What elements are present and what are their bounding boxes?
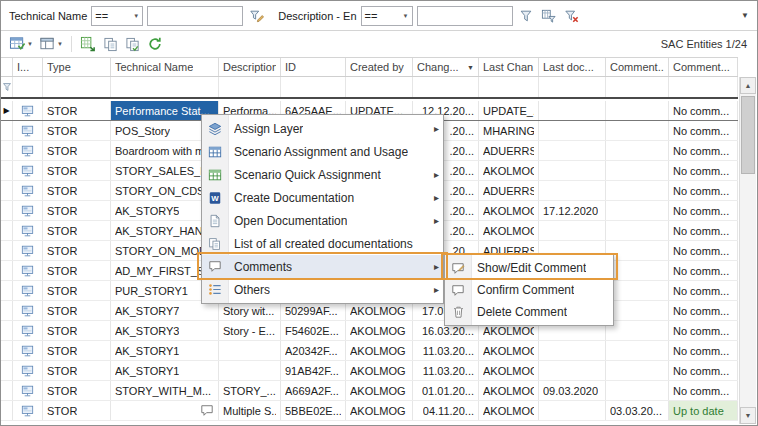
cell-comment2[interactable]: No comm...	[669, 281, 738, 300]
cell-comment1[interactable]	[606, 341, 669, 360]
cell-comment1[interactable]	[606, 301, 669, 320]
cell-last_changed[interactable]: AKOLMOG	[479, 341, 539, 360]
refresh-button[interactable]	[145, 33, 165, 55]
column-header-chang-6[interactable]: Chang...▼	[413, 58, 479, 76]
filter-cell-id-4[interactable]	[281, 77, 346, 97]
cell-comment2[interactable]: No comm...	[669, 101, 738, 120]
cell-type[interactable]: STOR	[43, 141, 111, 160]
cell-comment1[interactable]	[606, 281, 669, 300]
filter-cell-i-0[interactable]	[13, 77, 43, 97]
filter-operator2-select[interactable]: == ▼	[361, 6, 413, 26]
layout-button[interactable]: ▼	[37, 33, 65, 55]
cell-type[interactable]: STOR	[43, 281, 111, 300]
column-header-comment-9[interactable]: Comment...	[606, 58, 669, 76]
cell-comment2[interactable]: No comm...	[669, 201, 738, 220]
cell-desc[interactable]: STORY_...	[219, 381, 281, 400]
cell-created_by[interactable]: AKOLMOG	[346, 341, 413, 360]
filter-cell-description-3[interactable]	[219, 77, 281, 97]
cell-name[interactable]: AK_STORY1	[111, 361, 219, 380]
cell-created_by[interactable]: AKOLMOG	[346, 361, 413, 380]
cell-created_by[interactable]: AKOLMOG	[346, 321, 413, 340]
cell-type[interactable]: STOR	[43, 221, 111, 240]
cell-last_doc[interactable]	[539, 181, 606, 200]
scroll-down-button[interactable]: ▼	[740, 407, 756, 424]
cell-last_doc[interactable]	[539, 141, 606, 160]
table-row[interactable]: STORSTORY_WITH_M...STORY_...A669A2F...AK…	[1, 381, 738, 401]
cell-last_doc[interactable]	[539, 101, 606, 120]
cell-comment1[interactable]	[606, 161, 669, 180]
menu-item-comments[interactable]: Comments▸	[202, 255, 443, 278]
cell-comment2[interactable]: No comm...	[669, 141, 738, 160]
cell-id[interactable]: A669A2F...	[281, 381, 346, 400]
cell-type[interactable]: STOR	[43, 261, 111, 280]
cell-desc[interactable]	[219, 341, 281, 360]
cell-comment2[interactable]: No comm...	[669, 321, 738, 340]
cell-comment1[interactable]	[606, 101, 669, 120]
cell-last_doc[interactable]	[539, 361, 606, 380]
filter-value1-input[interactable]	[147, 6, 243, 26]
apply-filter-button[interactable]	[517, 5, 535, 27]
cell-comment2[interactable]: No comm...	[669, 361, 738, 380]
cell-last_changed[interactable]: AKOLMOG	[479, 221, 539, 240]
cell-comment2[interactable]: No comm...	[669, 161, 738, 180]
table-row[interactable]: STORAK_STORY191AB42F...AKOLMOG11.03.20..…	[1, 361, 738, 381]
filter-cell-type-1[interactable]	[43, 77, 111, 97]
cell-name[interactable]	[111, 401, 219, 420]
cell-id[interactable]: 91AB42F...	[281, 361, 346, 380]
cell-desc[interactable]: Multiple S...	[219, 401, 281, 420]
cell-comment1[interactable]	[606, 361, 669, 380]
filter-cell-comment-9[interactable]	[606, 77, 669, 97]
scrollbar-thumb[interactable]	[741, 96, 755, 174]
column-header-created-by-5[interactable]: Created by	[346, 58, 413, 76]
cell-changed[interactable]: 04.11.20...	[413, 401, 479, 420]
cell-id[interactable]: A20342F...	[281, 341, 346, 360]
cell-last_doc[interactable]	[539, 341, 606, 360]
cell-type[interactable]: STOR	[43, 101, 111, 120]
filter-value2-input[interactable]	[417, 6, 513, 26]
menu-item-confirm-comment[interactable]: Confirm Comment	[445, 279, 613, 301]
cell-last_doc[interactable]: 17.12.2020	[539, 201, 606, 220]
table-row[interactable]: STORMultiple S...5BBE02E...AKOLMOG04.11.…	[1, 401, 738, 421]
cell-last_doc[interactable]	[539, 221, 606, 240]
cell-comment2[interactable]: No comm...	[669, 381, 738, 400]
column-header-comment-10[interactable]: Comment...	[669, 58, 738, 76]
cell-type[interactable]: STOR	[43, 121, 111, 140]
cell-comment1[interactable]	[606, 241, 669, 260]
vertical-scrollbar[interactable]: ▲ ▼	[739, 77, 756, 424]
filter-cell-created-by-5[interactable]	[346, 77, 413, 97]
cell-name[interactable]: STORY_WITH_M...	[111, 381, 219, 400]
column-header-last-doc-8[interactable]: Last doc...	[539, 58, 606, 76]
column-header-description-3[interactable]: Description	[219, 58, 281, 76]
cell-type[interactable]: STOR	[43, 301, 111, 320]
cell-comment1[interactable]	[606, 261, 669, 280]
cell-type[interactable]: STOR	[43, 361, 111, 380]
cell-last_changed[interactable]: AKOLMOG	[479, 361, 539, 380]
cell-changed[interactable]: 11.03.20...	[413, 361, 479, 380]
cell-type[interactable]: STOR	[43, 181, 111, 200]
table-row[interactable]: STORAK_STORY1A20342F...AKOLMOG11.03.20..…	[1, 341, 738, 361]
cell-comment1[interactable]	[606, 201, 669, 220]
copy-button[interactable]	[101, 33, 121, 55]
column-header-type-1[interactable]: Type	[43, 58, 111, 76]
cell-changed[interactable]: 11.03.20...	[413, 341, 479, 360]
menu-item-scenario-quick-assignment[interactable]: Scenario Quick Assignment▸	[202, 163, 443, 186]
cell-comment1[interactable]	[606, 181, 669, 200]
cell-comment2[interactable]: No comm...	[669, 221, 738, 240]
scroll-up-button[interactable]: ▲	[740, 77, 756, 94]
menu-item-assign-layer[interactable]: Assign Layer▸	[202, 117, 443, 140]
cell-last_changed[interactable]: AKOLMOG	[479, 401, 539, 420]
filter-cell-comment-10[interactable]	[669, 77, 738, 97]
filter-cell-technical-name-2[interactable]	[111, 77, 219, 97]
cell-type[interactable]: STOR	[43, 341, 111, 360]
cell-comment1[interactable]	[606, 321, 669, 340]
cell-comment2[interactable]: No comm...	[669, 341, 738, 360]
filter-operator1-select[interactable]: == ▼	[91, 6, 143, 26]
cell-comment1[interactable]	[606, 141, 669, 160]
menu-item-list-of-all-created-documentations[interactable]: List of all created documentations	[202, 232, 443, 255]
cell-last_doc[interactable]	[539, 161, 606, 180]
cell-comment1[interactable]	[606, 381, 669, 400]
table-row[interactable]: STORAK_STORY7Story wit...50299AF...AKOLM…	[1, 301, 738, 321]
menu-item-others[interactable]: Others▸	[202, 278, 443, 301]
cell-comment2[interactable]: No comm...	[669, 301, 738, 320]
cell-id[interactable]: 5BBE02E...	[281, 401, 346, 420]
